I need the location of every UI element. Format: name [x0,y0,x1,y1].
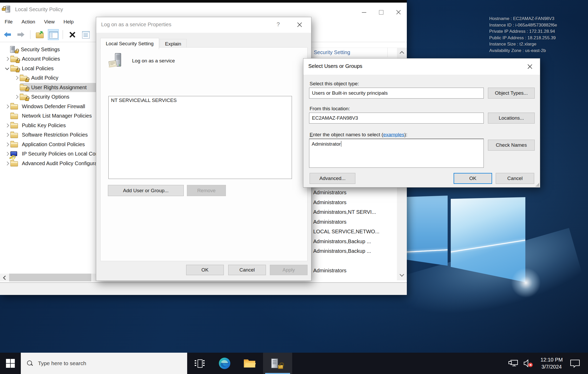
close-icon[interactable] [526,63,534,71]
text-caret [341,141,342,147]
security-setting-row[interactable]: Administrators,NT SERVI... [299,207,397,217]
chevron-icon[interactable] [4,105,10,108]
ok-button[interactable]: OK [454,173,492,184]
title-bar[interactable]: Local Security Policy [0,3,407,16]
object-names-input[interactable]: Administrator [309,139,484,168]
chevron-icon[interactable] [13,95,20,98]
apply-button: Apply [270,265,308,275]
tree-item-local-policies[interactable]: Local Policies [0,64,96,73]
tree-item-audit-policy[interactable]: Audit Policy [0,73,96,83]
ec2-info-line: Public IP Address : 18.218.255.39 [489,35,557,41]
clock-date: 3/7/2024 [538,363,565,370]
file-explorer-button[interactable] [237,353,262,374]
dialog-title: Select Users or Groups [308,63,362,69]
toolbar-forward-button[interactable] [16,29,26,40]
tree-item-icon [10,151,19,157]
file-explorer-icon [243,358,256,369]
tree-item-security-settings[interactable]: Security Settings [0,45,96,54]
tree-item-security-options[interactable]: Security Options [0,92,96,102]
edge-taskbar-button[interactable] [212,353,237,374]
tree-item-software-restriction[interactable]: Software Restriction Policies [0,130,96,140]
task-view-icon [195,359,205,367]
security-setting-row[interactable]: Administrators,Backup ... [299,246,397,256]
tree-item-icon [10,132,19,138]
object-type-field[interactable]: Users or Built-in security principals [309,88,484,99]
scroll-down-button[interactable] [397,270,407,279]
tree-item-network-list-manager[interactable]: Network List Manager Policies [0,111,96,121]
menu-action[interactable]: Action [22,19,35,25]
scrollbar-thumb[interactable] [9,274,91,281]
security-setting-row[interactable]: Administrators [299,188,397,198]
scroll-left-button[interactable] [0,274,9,281]
chevron-icon[interactable] [4,57,10,60]
tree-item-ip-security[interactable]: IP Security Policies on Local Computer [0,149,96,159]
ok-button[interactable]: OK [186,265,224,275]
scroll-up-button[interactable] [397,48,407,57]
close-icon[interactable] [296,21,304,29]
security-setting-row[interactable]: Administrators [299,217,397,227]
toolbar-up-level-button[interactable] [35,29,45,40]
locations-button[interactable]: Locations... [488,113,535,124]
help-button[interactable]: ? [274,21,282,28]
volume-muted-tray-icon[interactable] [523,359,533,367]
security-setting-row[interactable]: Administrators [299,266,397,276]
window-title: Local Security Policy [15,7,63,12]
tree-horizontal-scrollbar[interactable] [0,274,96,281]
add-user-or-group-button[interactable]: Add User or Group... [108,185,184,196]
chevron-icon[interactable] [4,68,10,69]
task-view-button[interactable] [187,353,212,374]
tree-item-application-control[interactable]: Application Control Policies [0,140,96,149]
member-item[interactable]: NT SERVICE\ALL SERVICES [111,98,289,103]
menu-file[interactable]: File [5,19,13,25]
chevron-icon[interactable] [4,152,10,155]
status-bar [0,282,407,295]
column-header-security-setting[interactable]: Security Setting [299,48,407,57]
dialog-title-bar[interactable]: Log on as a service Properties ? [96,17,311,33]
object-types-button[interactable]: Object Types... [488,88,535,99]
advanced-button[interactable]: Advanced... [310,173,355,184]
toolbar-properties-button[interactable] [81,29,91,40]
from-location-field[interactable]: EC2AMAZ-FAN98V3 [309,113,484,124]
from-location-label: From this location: [310,106,350,112]
toolbar-back-button[interactable] [2,29,12,40]
resize-grip[interactable] [535,183,539,186]
tree-item-icon [10,56,19,62]
check-names-button[interactable]: Check Names [488,140,535,151]
security-setting-values: Administrators Administrators Administra… [299,188,397,276]
cancel-button[interactable]: Cancel [228,265,266,275]
examples-link[interactable]: examples [383,132,404,137]
chevron-icon[interactable] [4,162,10,165]
tree-item-windows-defender-firewall[interactable]: Windows Defender Firewall [0,102,96,111]
tree-item-account-policies[interactable]: Account Policies [0,54,96,64]
chevron-icon[interactable] [4,143,10,146]
local-security-policy-taskbar-button[interactable] [263,353,292,374]
chevron-icon[interactable] [13,76,20,79]
logon-as-service-properties-dialog: Log on as a service Properties ? Local S… [96,17,311,281]
remove-button: Remove [187,185,226,196]
tab-local-security-setting[interactable]: Local Security Setting [100,38,159,49]
tree-item-user-rights-assignment[interactable]: User Rights Assignment [0,83,96,92]
dialog-title-bar[interactable]: Select Users or Groups [303,59,540,75]
menu-view[interactable]: View [44,19,55,25]
action-center-button[interactable] [570,359,580,368]
tree-item-advanced-audit[interactable]: Advanced Audit Policy Configuration [0,159,96,168]
object-type-label: Select this object type: [310,81,359,87]
start-button[interactable] [0,353,21,374]
taskbar-clock[interactable]: 12:10 PM 3/7/2024 [538,356,565,370]
security-setting-row[interactable] [299,256,397,266]
toolbar-delete-button[interactable] [67,29,77,40]
assigned-members-list[interactable]: NT SERVICE\ALL SERVICES [108,96,292,179]
security-setting-row[interactable]: Administrators,Backup ... [299,237,397,247]
security-setting-row[interactable]: Administrators [299,198,397,208]
tree-item-public-key-policies[interactable]: Public Key Policies [0,121,96,130]
security-setting-row[interactable]: LOCAL SERVICE,NETWO... [299,227,397,237]
chevron-icon[interactable] [4,124,10,127]
search-icon [27,360,33,367]
cancel-button[interactable]: Cancel [496,173,534,184]
local-security-policy-icon [270,358,282,368]
toolbar-console-tree-button[interactable] [48,29,58,40]
menu-help[interactable]: Help [63,19,74,25]
chevron-icon[interactable] [4,133,10,136]
taskbar-search-box[interactable]: Type here to search [21,353,187,374]
network-tray-icon[interactable] [508,359,518,367]
